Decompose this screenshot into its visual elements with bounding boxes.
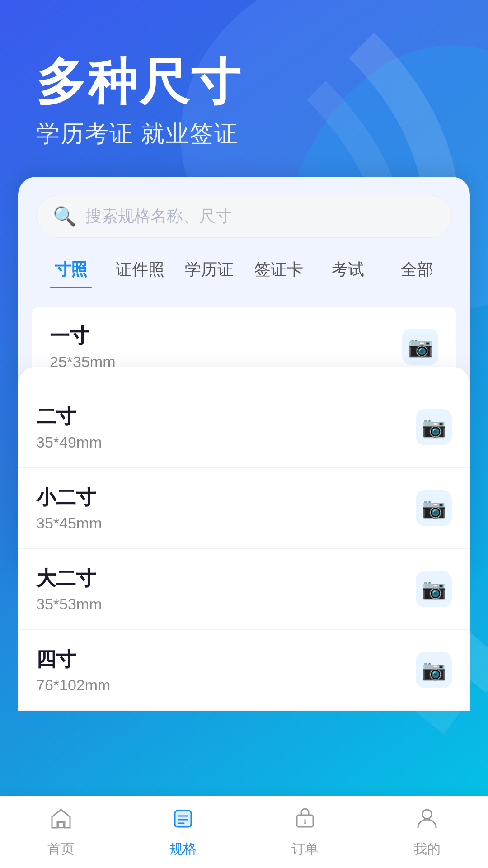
list-item-info-3: 小二寸 35*45mm <box>36 484 102 532</box>
nav-item-guige[interactable]: 规格 <box>122 806 244 859</box>
list-item-info-5: 四寸 76*102mm <box>36 646 110 694</box>
search-placeholder: 搜索规格名称、尺寸 <box>85 205 232 227</box>
camera-icon-4: 📷 <box>422 577 446 601</box>
bottom-nav: 首页 规格 订单 <box>0 796 488 868</box>
header-title: 多种尺寸 <box>36 54 452 109</box>
camera-button-2[interactable]: 📷 <box>416 409 452 445</box>
nav-label-home: 首页 <box>47 840 75 859</box>
search-bar[interactable]: 🔍 搜索规格名称、尺寸 <box>36 195 452 238</box>
list-item-info-2: 二寸 35*49mm <box>36 403 102 451</box>
category-tabs: 寸照 证件照 学历证 签证卡 考试 全部 <box>18 251 470 297</box>
tab-xuelizheng[interactable]: 学历证 <box>175 251 244 288</box>
content-wrapper: 🔍 搜索规格名称、尺寸 寸照 证件照 学历证 签证卡 考试 全部 一寸 25*3… <box>0 177 488 711</box>
camera-icon-2: 📷 <box>422 415 446 439</box>
svg-point-10 <box>304 822 306 824</box>
list-item-size-3: 35*45mm <box>36 514 102 532</box>
box-icon <box>292 806 318 835</box>
home-icon <box>48 806 74 835</box>
camera-icon: 📷 <box>408 335 433 359</box>
lower-list: 二寸 35*49mm 📷 小二寸 35*45mm 📷 大二寸 35*53mm 📷 <box>18 387 470 711</box>
nav-item-order[interactable]: 订单 <box>244 806 366 859</box>
nav-label-order: 订单 <box>291 840 319 859</box>
list-item-name-3: 小二寸 <box>36 484 102 511</box>
tab-all[interactable]: 全部 <box>383 251 452 288</box>
list-item-name-2: 二寸 <box>36 403 102 430</box>
svg-point-11 <box>422 810 432 819</box>
camera-icon-3: 📷 <box>422 496 446 520</box>
tab-zhenjianzhao[interactable]: 证件照 <box>105 251 174 288</box>
camera-button-5[interactable]: 📷 <box>416 652 452 688</box>
svg-rect-2 <box>58 822 64 828</box>
main-card: 🔍 搜索规格名称、尺寸 寸照 证件照 学历证 签证卡 考试 全部 一寸 25*3… <box>18 177 470 387</box>
camera-button-3[interactable]: 📷 <box>416 490 452 526</box>
camera-button-4[interactable]: 📷 <box>416 571 452 607</box>
list-item-xiaoercun: 小二寸 35*45mm 📷 <box>18 468 470 549</box>
list-item-size-2: 35*49mm <box>36 434 102 451</box>
list-item-sicun: 四寸 76*102mm 📷 <box>18 630 470 711</box>
nav-label-guige: 规格 <box>169 840 197 859</box>
svg-rect-3 <box>175 811 191 827</box>
tab-kaoshi[interactable]: 考试 <box>313 251 382 288</box>
list-item-name: 一寸 <box>50 323 116 349</box>
header-subtitle: 学历考证 就业签证 <box>36 118 452 150</box>
tab-cunzhao[interactable]: 寸照 <box>36 251 105 288</box>
list-icon <box>170 806 196 835</box>
tab-qianzhengka[interactable]: 签证卡 <box>244 251 313 288</box>
list-item-ercun: 二寸 35*49mm 📷 <box>18 387 470 468</box>
list-item-size-4: 35*53mm <box>36 595 102 613</box>
list-item-size-5: 76*102mm <box>36 676 110 694</box>
header: 多种尺寸 学历考证 就业签证 <box>0 0 488 177</box>
list-item-name-4: 大二寸 <box>36 565 102 592</box>
nav-label-mine: 我的 <box>413 840 441 859</box>
nav-item-home[interactable]: 首页 <box>0 806 122 859</box>
search-icon: 🔍 <box>53 205 76 227</box>
person-icon <box>414 806 440 835</box>
camera-icon-5: 📷 <box>422 658 446 682</box>
list-item-daercun: 大二寸 35*53mm 📷 <box>18 549 470 630</box>
list-item-info-4: 大二寸 35*53mm <box>36 565 102 613</box>
nav-item-mine[interactable]: 我的 <box>366 806 488 859</box>
list-item-info: 一寸 25*35mm <box>50 323 116 371</box>
list-item-name-5: 四寸 <box>36 646 110 673</box>
camera-button[interactable]: 📷 <box>402 329 438 365</box>
